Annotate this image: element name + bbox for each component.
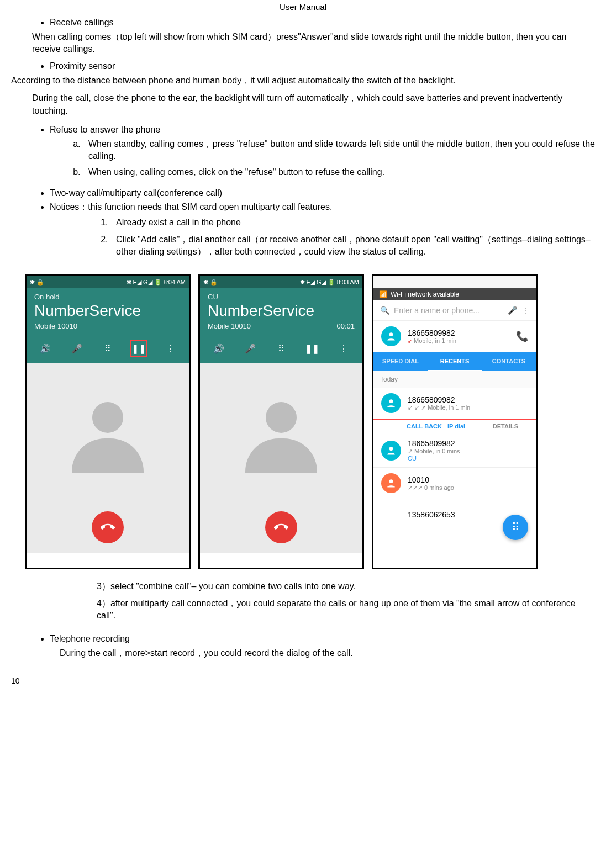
- bullet-twoway: Two-way call/multiparty call(conference …: [50, 188, 595, 198]
- tab-recents[interactable]: RECENTS: [428, 352, 482, 371]
- dialpad-icon[interactable]: ⠿: [99, 340, 116, 357]
- proximity-body2: During the call, close the phone to the …: [32, 92, 595, 117]
- mic-icon[interactable]: 🎤: [508, 306, 517, 315]
- caller-name: NumberService: [34, 302, 181, 320]
- page-header: User Manual: [11, 0, 595, 13]
- step1: Already exist a call in the phone: [110, 216, 595, 229]
- phone-screenshot-recents: 📶 Wi-Fi network available 🔍 Enter a name…: [372, 274, 538, 569]
- row-meta: ↗↗↗ 0 mins ago: [408, 484, 528, 491]
- carrier-label: CU: [208, 293, 355, 301]
- step4: 4）after multiparty call connected，you co…: [97, 597, 595, 622]
- wifi-banner[interactable]: 📶 Wi-Fi network available: [373, 288, 536, 300]
- bullet-recording: Telephone recording: [50, 634, 595, 644]
- status-left: ✱ 🔒: [203, 279, 218, 286]
- receive-body: When calling comes（top left will show fr…: [32, 31, 595, 56]
- ipdial-button[interactable]: IP dial: [447, 423, 465, 430]
- status-bar: ✱ 🔒 ✱ E◢ G◢ 🔋 8:04 AM: [27, 276, 189, 288]
- pause-icon[interactable]: ❚❚: [130, 340, 147, 357]
- row-number: 10010: [408, 475, 528, 484]
- dialpad-fab[interactable]: ⠿: [503, 515, 528, 540]
- callback-button[interactable]: CALL BACK: [407, 423, 442, 430]
- mute-icon[interactable]: 🎤: [242, 340, 259, 357]
- list-item[interactable]: 10010 ↗↗↗ 0 mins ago: [373, 468, 536, 499]
- search-bar[interactable]: 🔍 Enter a name or phone... 🎤 ⋮: [373, 300, 536, 321]
- avatar-placeholder: [200, 363, 362, 511]
- bullet-refuse: Refuse to answer the phone: [50, 125, 595, 135]
- page-number: 10: [11, 676, 595, 685]
- speaker-icon[interactable]: 🔊: [210, 340, 227, 357]
- svg-point-0: [389, 333, 393, 337]
- more-icon[interactable]: ⋮: [162, 340, 178, 357]
- row-carrier: CU: [408, 455, 528, 462]
- search-placeholder: Enter a name or phone...: [394, 306, 503, 315]
- tab-speeddial[interactable]: SPEED DIAL: [373, 352, 428, 371]
- dialpad-icon[interactable]: ⠿: [273, 340, 289, 357]
- recording-body: During the call，more>start record，you co…: [60, 647, 595, 659]
- avatar: [381, 441, 401, 461]
- call-timer: 00:01: [336, 322, 355, 330]
- step2: Click "Add calls"，dial another call（or r…: [110, 234, 595, 258]
- wifi-banner-text: Wi-Fi network available: [391, 290, 459, 298]
- more-icon[interactable]: ⋮: [521, 306, 529, 315]
- list-item[interactable]: 18665809982 ↗ Mobile, in 0 mins CU: [373, 433, 536, 468]
- proximity-body1: According to the distance between phone …: [11, 75, 595, 87]
- details-button[interactable]: DETAILS: [493, 423, 529, 430]
- call-meta: Mobile 10010: [34, 322, 181, 330]
- status-left: ✱ 🔒: [30, 279, 44, 286]
- svg-point-3: [389, 480, 393, 484]
- bullet-proximity: Proximity sensor: [50, 61, 595, 71]
- phone-icon[interactable]: 📞: [516, 330, 528, 342]
- status-bar: ✱ 🔒 ✱ E◢ G◢ 🔋 8:03 AM: [200, 276, 362, 288]
- wifi-icon: 📶: [379, 290, 387, 298]
- avatar: [381, 473, 401, 493]
- bullet-receive: Receive callings: [50, 18, 595, 28]
- call-header: On hold NumberService Mobile 10010: [27, 288, 189, 336]
- hangup-button[interactable]: [265, 511, 297, 543]
- row-number: 18665809982: [408, 439, 528, 448]
- row-actions: CALL BACK IP dial DETAILS: [373, 419, 536, 433]
- pause-icon[interactable]: ❚❚: [304, 340, 320, 357]
- top-call-number: 18665809982: [408, 329, 509, 337]
- tab-contacts[interactable]: CONTACTS: [482, 352, 536, 371]
- svg-point-2: [389, 447, 393, 451]
- hangup-area: [27, 511, 189, 553]
- call-icons-row: 🔊 🎤 ⠿ ❚❚ ⋮: [200, 336, 362, 363]
- refuse-b: When using, calling comes, click on the …: [83, 166, 595, 178]
- top-call-card[interactable]: 18665809982 ↙ Mobile, in 1 min 📞: [373, 321, 536, 352]
- phone-screenshot-active-call: ✱ 🔒 ✱ E◢ G◢ 🔋 8:03 AM CU NumberService M…: [198, 274, 364, 569]
- mute-icon[interactable]: 🎤: [68, 340, 85, 357]
- speaker-icon[interactable]: 🔊: [37, 340, 54, 357]
- row-number: 18665809982: [408, 395, 528, 404]
- section-today: Today: [373, 371, 536, 388]
- call-header: CU NumberService Mobile 10010 00:01: [200, 288, 362, 336]
- svg-point-1: [389, 400, 393, 404]
- call-icons-row: 🔊 🎤 ⠿ ❚❚ ⋮: [27, 336, 189, 363]
- call-meta: Mobile 10010 00:01: [208, 322, 355, 330]
- status-bar: [373, 276, 536, 288]
- phone-screenshot-onhold: ✱ 🔒 ✱ E◢ G◢ 🔋 8:04 AM On hold NumberServ…: [25, 274, 191, 569]
- search-icon: 🔍: [380, 306, 389, 315]
- avatar: [381, 393, 401, 413]
- tabs: SPEED DIAL RECENTS CONTACTS: [373, 352, 536, 371]
- call-status-label: On hold: [34, 293, 181, 301]
- refuse-a: When standby, calling comes，press "refus…: [83, 138, 595, 163]
- row-meta: ↙ ↙ ↗ Mobile, in 1 min: [408, 404, 528, 411]
- avatar: [381, 326, 401, 346]
- step3: 3）select "combine call"– you can combine…: [97, 580, 595, 592]
- row-meta: ↗ Mobile, in 0 mins: [408, 448, 528, 455]
- hangup-button[interactable]: [92, 511, 124, 543]
- bullet-notices: Notices：this function needs that SIM car…: [50, 202, 595, 213]
- screenshots-row: ✱ 🔒 ✱ E◢ G◢ 🔋 8:04 AM On hold NumberServ…: [25, 274, 595, 569]
- more-icon[interactable]: ⋮: [335, 340, 352, 357]
- status-right: ✱ E◢ G◢ 🔋 8:04 AM: [127, 279, 186, 286]
- list-item[interactable]: 18665809982 ↙ ↙ ↗ Mobile, in 1 min: [373, 388, 536, 419]
- hangup-area: [200, 511, 362, 553]
- status-right: ✱ E◢ G◢ 🔋 8:03 AM: [300, 279, 359, 286]
- avatar-placeholder: [27, 363, 189, 511]
- caller-name: NumberService: [208, 302, 355, 320]
